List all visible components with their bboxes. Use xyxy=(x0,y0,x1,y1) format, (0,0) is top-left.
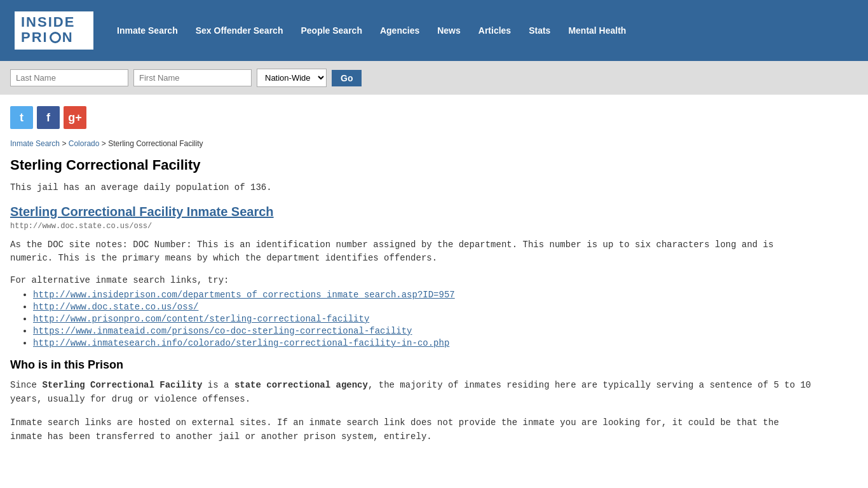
breadcrumb-sep2: > xyxy=(102,139,108,148)
alt-link-1[interactable]: http://www.insideprison.com/departments_… xyxy=(33,290,455,300)
last-name-input[interactable] xyxy=(10,69,128,86)
who-text-part1: Since xyxy=(10,380,42,390)
breadcrumb-sep1: > xyxy=(62,139,68,148)
alt-link-2[interactable]: http://www.doc.state.co.us/oss/ xyxy=(33,302,198,312)
logo-line1: INSIDE xyxy=(21,15,87,29)
who-bold2: state correctional agency xyxy=(234,380,368,390)
list-item: http://www.doc.state.co.us/oss/ xyxy=(33,301,816,312)
logo-line2: PRI N xyxy=(21,29,87,46)
list-item: http://www.inmatesearch.info/colorado/st… xyxy=(33,337,816,348)
header: INSIDE PRI N Inmate Search Sex Offender … xyxy=(0,0,868,61)
google-plus-icon[interactable]: g+ xyxy=(64,106,86,129)
alt-link-5[interactable]: http://www.inmatesearch.info/colorado/st… xyxy=(33,338,449,348)
twitter-icon[interactable]: t xyxy=(10,106,33,129)
go-button[interactable]: Go xyxy=(332,70,362,86)
nav-stats[interactable]: Stats xyxy=(520,25,559,36)
breadcrumb-colorado[interactable]: Colorado xyxy=(69,139,100,148)
inmate-search-link[interactable]: Sterling Correctional Facility Inmate Se… xyxy=(10,205,274,219)
nav-sex-offender-search[interactable]: Sex Offender Search xyxy=(187,25,292,36)
who-text-part2: is a xyxy=(202,380,234,390)
logo-circle-icon xyxy=(50,32,61,43)
location-select[interactable]: Nation-Wide xyxy=(257,69,327,87)
logo-prison-text2: N xyxy=(62,29,74,46)
nav-mental-health[interactable]: Mental Health xyxy=(559,25,635,36)
who-text: Since Sterling Correctional Facility is … xyxy=(10,378,816,407)
breadcrumb: Inmate Search > Colorado > Sterling Corr… xyxy=(10,139,816,148)
nav-news[interactable]: News xyxy=(428,25,470,36)
nav-inmate-search[interactable]: Inmate Search xyxy=(108,25,187,36)
breadcrumb-inmate-search[interactable]: Inmate Search xyxy=(10,139,60,148)
alt-link-3[interactable]: http://www.prisonpro.com/content/sterlin… xyxy=(33,314,369,324)
logo[interactable]: INSIDE PRI N xyxy=(13,10,95,51)
main-nav: Inmate Search Sex Offender Search People… xyxy=(108,25,635,36)
inmate-note: Inmate search links are hosted on extern… xyxy=(10,416,816,444)
breadcrumb-current: Sterling Correctional Facility xyxy=(108,139,203,148)
who-bold1: Sterling Correctional Facility xyxy=(42,380,202,390)
facebook-icon[interactable]: f xyxy=(37,106,60,129)
alt-link-4[interactable]: https://www.inmateaid.com/prisons/co-doc… xyxy=(33,326,412,336)
doc-description: As the DOC site notes: DOC Number: This … xyxy=(10,238,816,265)
alt-links-list: http://www.insideprison.com/departments_… xyxy=(10,289,816,348)
list-item: http://www.prisonpro.com/content/sterlin… xyxy=(33,313,816,324)
list-item: https://www.inmateaid.com/prisons/co-doc… xyxy=(33,325,816,336)
logo-prison-text: PRI xyxy=(21,29,48,46)
nav-articles[interactable]: Articles xyxy=(470,25,520,36)
main-content: Inmate Search > Colorado > Sterling Corr… xyxy=(0,135,826,466)
search-bar: Nation-Wide Go xyxy=(0,61,868,95)
intro-text: This jail has an average daily populatio… xyxy=(10,181,816,194)
nav-agencies[interactable]: Agencies xyxy=(371,25,428,36)
alt-links-intro: For alternative inmate search links, try… xyxy=(10,275,816,285)
nav-people-search[interactable]: People Search xyxy=(292,25,371,36)
page-title: Sterling Correctional Facility xyxy=(10,157,816,173)
list-item: http://www.insideprison.com/departments_… xyxy=(33,289,816,300)
who-section-heading: Who is in this Prison xyxy=(10,358,816,372)
first-name-input[interactable] xyxy=(133,69,252,86)
inmate-search-url: http://www.doc.state.co.us/oss/ xyxy=(10,222,816,231)
social-icons: t f g+ xyxy=(0,95,868,135)
